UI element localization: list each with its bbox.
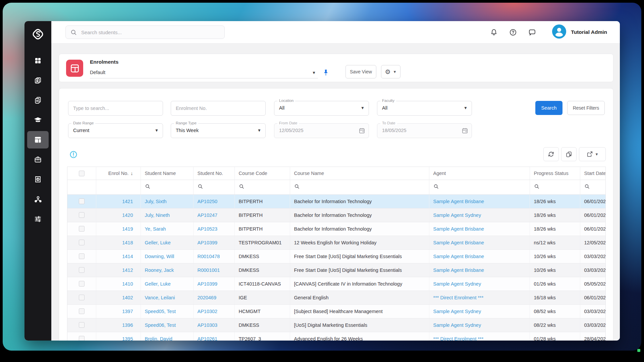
table-row[interactable]: 1414Downing, WillR0010478DMKESSFree Star… xyxy=(67,249,606,263)
cell-student_no[interactable]: R0010478 xyxy=(193,249,234,263)
save-view-button[interactable]: Save View xyxy=(345,65,376,78)
copy-columns-button[interactable] xyxy=(561,147,577,161)
cell-agent[interactable]: Sample Agent Sydney xyxy=(429,304,530,318)
table-row[interactable]: 1418Geller, LukeAP10399TESTPROGRAM0112 W… xyxy=(67,236,606,249)
cell-student_no[interactable]: AP10399 xyxy=(193,236,234,249)
select-all-header[interactable] xyxy=(67,167,96,180)
sidebar-item-agents[interactable] xyxy=(27,190,49,208)
sidebar-item-services[interactable] xyxy=(27,151,49,168)
enrolment-no-filter-input[interactable] xyxy=(171,101,266,116)
column-header-agent[interactable]: Agent xyxy=(429,167,530,180)
row-checkbox[interactable] xyxy=(79,267,85,273)
view-settings-button[interactable]: ⚙ ▼ xyxy=(381,65,400,78)
cell-agent[interactable]: Sample Agent Sydney xyxy=(429,277,530,291)
cell-student_name[interactable]: Downing, Will xyxy=(141,249,193,263)
bell-icon[interactable] xyxy=(490,28,498,36)
cell-agent[interactable]: Sample Agent Brisbane xyxy=(429,194,530,208)
cell-student_no[interactable]: 2020469 xyxy=(193,291,234,304)
cell-student_no[interactable]: AP10303 xyxy=(193,318,234,332)
filter-progress_status[interactable] xyxy=(530,180,580,194)
cell-student_name[interactable]: Speed05, Test xyxy=(141,304,193,318)
cell-student_name[interactable]: Vance, Leilani xyxy=(141,291,193,304)
cell-enrol_no[interactable]: 1402 xyxy=(96,291,141,304)
column-header-enrol_no[interactable]: Enrol No.↓ xyxy=(96,167,141,180)
column-header-student_name[interactable]: Student Name xyxy=(141,167,193,180)
row-checkbox[interactable] xyxy=(79,281,85,287)
row-checkbox[interactable] xyxy=(79,308,85,314)
cell-student_no[interactable]: AP10523 xyxy=(193,222,234,236)
table-row[interactable]: 1396Speed06, TestAP10303DMKESS[UoS] Digi… xyxy=(67,318,606,332)
cell-student_no[interactable]: AP10250 xyxy=(193,194,234,208)
sidebar-item-settings[interactable] xyxy=(27,210,49,228)
row-checkbox[interactable] xyxy=(79,295,85,300)
help-icon[interactable] xyxy=(509,28,517,36)
chat-icon[interactable] xyxy=(528,28,536,36)
table-row[interactable]: 1412Rooney, JackR0001001DMKESSFree Start… xyxy=(67,263,606,277)
faculty-filter-select[interactable]: Faculty All ▼ xyxy=(377,101,472,116)
cell-agent[interactable]: *** Direct Enrolment *** xyxy=(429,291,530,304)
cell-agent[interactable]: Sample Agent Sydney xyxy=(429,208,530,222)
cell-student_no[interactable]: AP10261 xyxy=(193,332,234,341)
cell-enrol_no[interactable]: 1397 xyxy=(96,304,141,318)
user-menu[interactable]: Tutorial Admin xyxy=(552,24,607,40)
range-type-select[interactable]: Range Type This Week ▼ xyxy=(171,123,266,138)
cell-student_no[interactable]: AP10302 xyxy=(193,304,234,318)
table-row[interactable]: 1419Ye, SarahAP10523BITPERTHBachelor for… xyxy=(67,222,606,236)
export-button[interactable]: ▼ xyxy=(579,147,606,161)
table-row[interactable]: 1421July, SixthAP10250BITPERTHBachelor f… xyxy=(67,194,606,208)
filter-start_date[interactable] xyxy=(580,180,606,194)
cell-agent[interactable]: Sample Agent Brisbane xyxy=(429,236,530,249)
cell-student_no[interactable]: R0001001 xyxy=(193,263,234,277)
app-logo-icon[interactable] xyxy=(24,24,51,44)
search-button[interactable]: Search xyxy=(535,101,562,115)
to-date-field[interactable]: To Date 18/05/2025 xyxy=(377,123,472,138)
keyword-filter-input[interactable] xyxy=(68,101,163,116)
cell-enrol_no[interactable]: 1420 xyxy=(96,208,141,222)
info-icon[interactable] xyxy=(69,150,78,160)
location-filter-select[interactable]: Location All ▼ xyxy=(274,101,369,116)
cell-student_name[interactable]: July, Nineth xyxy=(141,208,193,222)
filter-agent[interactable] xyxy=(429,180,530,194)
cell-student_name[interactable]: Geller, Luke xyxy=(141,236,193,249)
row-checkbox[interactable] xyxy=(79,212,85,218)
row-checkbox[interactable] xyxy=(79,253,85,259)
cell-student_name[interactable]: Geller, Luke xyxy=(141,277,193,291)
filter-student_no[interactable] xyxy=(193,180,234,194)
cell-agent[interactable]: Sample Agent Brisbane xyxy=(429,263,530,277)
cell-student_name[interactable]: Ye, Sarah xyxy=(141,222,193,236)
cell-student_name[interactable]: July, Sixth xyxy=(141,194,193,208)
cell-enrol_no[interactable]: 1419 xyxy=(96,222,141,236)
table-row[interactable]: 1397Speed05, TestAP10302HCMGMT[Subject B… xyxy=(67,304,606,318)
column-header-student_no[interactable]: Student No. xyxy=(193,167,234,180)
cell-enrol_no[interactable]: 1418 xyxy=(96,236,141,249)
sidebar-item-students[interactable] xyxy=(27,72,49,89)
sidebar-item-enrolments[interactable] xyxy=(27,131,49,148)
column-header-progress_status[interactable]: Progress Status xyxy=(530,167,580,180)
cell-enrol_no[interactable]: 1412 xyxy=(96,263,141,277)
search-students-input[interactable] xyxy=(80,26,221,39)
cell-enrol_no[interactable]: 1395 xyxy=(96,332,141,341)
row-checkbox[interactable] xyxy=(79,240,85,245)
cell-agent[interactable]: Sample Agent Brisbane xyxy=(429,249,530,263)
cell-agent[interactable]: *** Direct Enrolment *** xyxy=(429,332,530,341)
cell-agent[interactable]: Sample Agent Sydney xyxy=(429,318,530,332)
sidebar-item-finance[interactable] xyxy=(27,171,49,188)
table-row[interactable]: 1395Brolin, DavidAP10261TP2607_3Advanced… xyxy=(67,332,606,341)
column-header-start_date[interactable]: Start Date xyxy=(580,167,606,180)
cell-student_no[interactable]: AP10247 xyxy=(193,208,234,222)
sidebar-item-courses[interactable] xyxy=(27,111,49,129)
from-date-field[interactable]: From Date 12/05/2025 xyxy=(274,123,369,138)
cell-enrol_no[interactable]: 1396 xyxy=(96,318,141,332)
refresh-button[interactable] xyxy=(543,147,559,161)
row-checkbox[interactable] xyxy=(79,336,85,341)
cell-enrol_no[interactable]: 1421 xyxy=(96,194,141,208)
row-checkbox[interactable] xyxy=(79,226,85,232)
filter-course_code[interactable] xyxy=(234,180,290,194)
filter-student_name[interactable] xyxy=(141,180,193,194)
view-selector[interactable]: Default ▼ xyxy=(90,68,318,78)
table-row[interactable]: 1410Geller, LukeAP10399ICT40118-CANVAS[C… xyxy=(67,277,606,291)
sidebar-item-dashboard[interactable] xyxy=(27,52,49,69)
column-header-course_code[interactable]: Course Code xyxy=(234,167,290,180)
row-checkbox[interactable] xyxy=(79,322,85,328)
filter-course_name[interactable] xyxy=(290,180,429,194)
